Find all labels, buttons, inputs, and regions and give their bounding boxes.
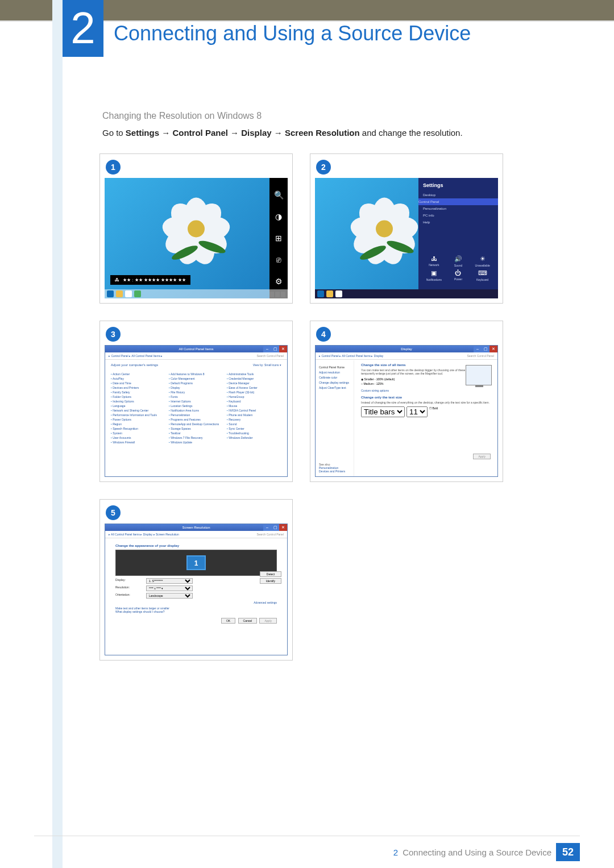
control-panel-item[interactable]: Personalization: [169, 413, 223, 417]
control-panel-item[interactable]: Location Settings: [169, 404, 223, 408]
maximize-button[interactable]: ▢: [271, 346, 279, 352]
control-panel-item[interactable]: User Accounts: [111, 436, 165, 439]
sidebar-adjust-cleartype[interactable]: Adjust ClearType text: [319, 386, 350, 389]
control-panel-item[interactable]: NVIDIA Control Panel: [227, 409, 281, 412]
system-tray[interactable]: [269, 292, 285, 297]
control-panel-item[interactable]: Speech Recognition: [111, 427, 165, 430]
control-panel-item[interactable]: Action Center: [111, 372, 165, 376]
display-dropdown[interactable]: 1. S********: [146, 578, 193, 584]
minimize-button[interactable]: –: [263, 524, 271, 531]
control-panel-item[interactable]: RemoteApp and Desktop Connections: [169, 422, 223, 426]
minimize-button[interactable]: –: [474, 346, 482, 352]
keyboard-tile[interactable]: ⌨Keyboard: [471, 269, 493, 281]
search-placeholder[interactable]: Search Control Panel: [256, 354, 284, 358]
settings-item-personalization[interactable]: Personalization: [423, 205, 493, 212]
settings-item-pcinfo[interactable]: PC info: [423, 212, 493, 219]
app-icon[interactable]: [134, 290, 141, 297]
apply-button[interactable]: Apply: [473, 454, 491, 459]
view-by-dropdown[interactable]: View by: Small icons ▾: [253, 363, 281, 370]
detect-button[interactable]: Detect: [260, 571, 281, 577]
control-panel-item[interactable]: Windows 7 File Recovery: [169, 436, 223, 439]
control-panel-item[interactable]: Phone and Modem: [227, 413, 281, 417]
control-panel-item[interactable]: AutoPlay: [111, 377, 165, 380]
share-icon[interactable]: ◑: [274, 212, 283, 221]
orientation-dropdown[interactable]: Landscape: [146, 593, 193, 599]
control-panel-item[interactable]: Language: [111, 404, 165, 408]
monitor-1[interactable]: 1: [186, 555, 206, 570]
control-panel-item[interactable]: Windows Defender: [227, 436, 281, 439]
control-panel-item[interactable]: Troubleshooting: [227, 431, 281, 435]
monitor-layout-area[interactable]: 1: [115, 550, 277, 576]
custom-sizing-link[interactable]: Custom sizing options: [361, 389, 494, 392]
control-panel-item[interactable]: Power Options: [111, 418, 165, 421]
control-panel-item[interactable]: File History: [169, 391, 223, 394]
control-panel-item[interactable]: Mouse: [227, 404, 281, 408]
control-panel-item[interactable]: Programs and Features: [169, 418, 223, 421]
control-panel-item[interactable]: Administrative Tools: [227, 372, 281, 376]
devices-icon[interactable]: ⎚: [274, 255, 283, 264]
ie-icon[interactable]: [317, 290, 324, 297]
close-button[interactable]: ✕: [279, 346, 287, 352]
sidebar-home[interactable]: Control Panel Home: [319, 366, 350, 369]
maximize-button[interactable]: ▢: [271, 524, 279, 531]
network-tile[interactable]: 🖧Network: [423, 255, 445, 267]
size-dropdown[interactable]: 11: [406, 406, 428, 417]
notifications-tile[interactable]: ▣Notifications: [423, 269, 445, 281]
breadcrumb[interactable]: ▸ Control Panel ▸ All Control Panel Item…: [316, 352, 497, 360]
breadcrumb-path[interactable]: ▸ All Control Panel Items ▸ Display ▸ Sc…: [109, 533, 179, 536]
breadcrumb[interactable]: ▸ All Control Panel Items ▸ Display ▸ Sc…: [105, 531, 287, 538]
settings-icon[interactable]: ⚙: [274, 277, 283, 286]
control-panel-item[interactable]: HomeGroup: [227, 395, 281, 398]
see-also-devices[interactable]: Devices and Printers: [319, 470, 345, 473]
control-panel-item[interactable]: Sound: [227, 422, 281, 426]
search-icon[interactable]: 🔍: [274, 190, 283, 200]
bold-checkbox[interactable]: ☐ Bold: [429, 406, 438, 417]
apply-button[interactable]: Apply: [259, 618, 277, 624]
explorer-icon[interactable]: [326, 290, 333, 297]
close-button[interactable]: ✕: [279, 524, 287, 531]
settings-item-help[interactable]: Help: [423, 219, 493, 226]
search-placeholder[interactable]: Search Control Panel: [467, 354, 494, 358]
control-panel-item[interactable]: Family Safety: [111, 391, 165, 394]
app-icon[interactable]: [125, 290, 132, 297]
sidebar-calibrate-color[interactable]: Calibrate color: [319, 376, 350, 379]
item-dropdown[interactable]: Title bars: [361, 406, 405, 417]
control-panel-item[interactable]: Date and Time: [111, 381, 165, 385]
control-panel-item[interactable]: Sync Center: [227, 427, 281, 430]
start-icon[interactable]: ⊞: [274, 234, 283, 243]
taskbar[interactable]: [315, 289, 498, 298]
app-icon[interactable]: [335, 290, 342, 297]
control-panel-item[interactable]: Notification Area Icons: [169, 409, 223, 412]
control-panel-item[interactable]: Keyboard: [227, 400, 281, 403]
maximize-button[interactable]: ▢: [482, 346, 489, 352]
control-panel-item[interactable]: Performance Information and Tools: [111, 413, 165, 417]
sound-tile[interactable]: 🔊Sound: [447, 255, 470, 267]
control-panel-item[interactable]: Windows Update: [169, 441, 223, 444]
control-panel-item[interactable]: Taskbar: [169, 431, 223, 435]
control-panel-item[interactable]: Ease of Access Center: [227, 386, 281, 389]
control-panel-item[interactable]: Internet Options: [169, 400, 223, 403]
identify-button[interactable]: Identify: [260, 578, 281, 584]
control-panel-item[interactable]: Color Management: [169, 377, 223, 380]
control-panel-item[interactable]: System: [111, 431, 165, 435]
minimize-button[interactable]: –: [263, 346, 271, 352]
control-panel-item[interactable]: Flash Player (32-bit): [227, 391, 281, 394]
control-panel-item[interactable]: Recovery: [227, 418, 281, 421]
settings-item-control-panel[interactable]: Control Panel: [418, 198, 498, 205]
help-link-which-settings[interactable]: What display settings should I choose?: [115, 610, 277, 613]
control-panel-item[interactable]: Folder Options: [111, 395, 165, 398]
control-panel-item[interactable]: Network and Sharing Center: [111, 409, 165, 412]
control-panel-item[interactable]: Devices and Printers: [111, 386, 165, 389]
brightness-tile[interactable]: ☀Unavailable: [471, 255, 493, 267]
breadcrumb-path[interactable]: ▸ Control Panel ▸ All Control Panel Item…: [109, 354, 163, 358]
control-panel-item[interactable]: Credential Manager: [227, 377, 281, 380]
close-button[interactable]: ✕: [489, 346, 497, 352]
control-panel-item[interactable]: Windows Firewall: [111, 441, 165, 444]
charms-bar[interactable]: 🔍 ◑ ⊞ ⎚ ⚙: [269, 178, 288, 298]
control-panel-item[interactable]: Storage Spaces: [169, 427, 223, 430]
control-panel-item[interactable]: Display: [169, 386, 223, 389]
sidebar-change-display-settings[interactable]: Change display settings: [319, 381, 350, 384]
control-panel-item[interactable]: Add features to Windows 8: [169, 372, 223, 376]
control-panel-item[interactable]: Default Programs: [169, 381, 223, 385]
advanced-settings-link[interactable]: Advanced settings: [115, 601, 277, 604]
